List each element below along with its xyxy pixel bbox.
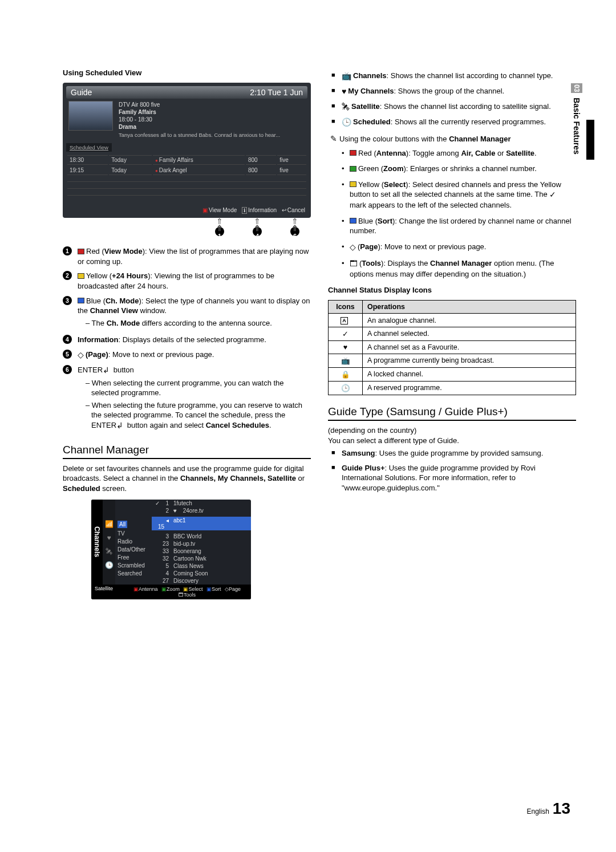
guide-footer-viewmode: View Mode: [202, 207, 237, 213]
dot-green: Green (Zoom): Enlarges or shrinks a chan…: [342, 164, 576, 174]
dot-page: ◇(Page): Move to next or previous page.: [342, 242, 576, 253]
guide-screenshot: Guide 2:10 Tue 1 Jun DTV Air 800 five Fa…: [63, 83, 311, 218]
status-table: IconsOperations AAn analogue channel. ✓A…: [328, 300, 576, 395]
guide-meta-2: Family Affairs: [119, 109, 156, 115]
guide-footer: View Mode Information Cancel: [66, 197, 307, 214]
square-bullet-list: 📺Channels: Shows the channel list accord…: [328, 71, 576, 128]
analogue-icon: A: [341, 317, 348, 324]
reserved-icon: 🕒: [341, 384, 350, 392]
item-3: 3 Blue (Ch. Mode): Select the type of ch…: [63, 296, 311, 331]
enter-icon: ↲: [103, 366, 110, 375]
item-5: 5 ◇(Page): Move to next or previous page…: [63, 350, 311, 360]
heart-icon: ♥: [343, 343, 347, 351]
guide-footer-info: Information: [242, 207, 277, 213]
item-4: 4 Information: Displays details of the s…: [63, 335, 311, 345]
gt-samsung: Samsung: Uses the guide programme by pro…: [328, 448, 576, 459]
yellow-square-icon: [78, 273, 84, 279]
guide-table: 18:30 Today Family Affairs 800 five 19:1…: [66, 154, 307, 197]
enter-icon: ↲: [116, 421, 123, 430]
antenna-icon: 📶: [105, 520, 114, 528]
cm-footer: Antenna Zoom Select Sort Page Tools: [123, 585, 251, 599]
dot-yellow: Yellow (Select): Select desired channels…: [342, 180, 576, 210]
numbered-list: 1 Red (View Mode): View the list of prog…: [63, 246, 311, 433]
guide-row: 19:15 Today Dark Angel 800 five: [67, 166, 306, 175]
right-column: 📺Channels: Shows the channel list accord…: [328, 68, 576, 599]
guide-thumbnail: [68, 101, 113, 131]
item-2: 2 Yellow (+24 Hours): Viewing the list o…: [63, 271, 311, 291]
satellite-icon: 🛰: [106, 547, 112, 555]
item-6-sub2: When selecting the future programme, you…: [86, 400, 311, 431]
green-square-icon: [350, 166, 356, 172]
status-icons-title: Channel Status Display Icons: [328, 286, 576, 294]
sq-mychannels: ♥My Channels: Shows the group of the cha…: [328, 86, 576, 97]
heart-icon: ♥: [342, 87, 346, 96]
cm-side-label: Channels: [91, 500, 103, 585]
check-icon: ✓: [342, 330, 348, 338]
scheduled-view-tab: Scheduled View: [66, 143, 112, 152]
cm-icon-column: 📶 ♥ 🛰 🕒: [103, 500, 115, 585]
clock-icon: 🕒: [105, 561, 114, 569]
guide-meta-1: DTV Air 800 five: [119, 101, 280, 108]
callout-row: 1 4 6: [63, 217, 311, 236]
red-square-icon: [78, 249, 84, 254]
item-3-sub: The Ch. Mode differs according to the an…: [86, 318, 311, 328]
guide-type-list: Samsung: Uses the guide programme by pro…: [328, 448, 576, 493]
guide-synopsis: Tanya confesses all to a stunned Babs. C…: [119, 132, 280, 139]
footer-page: 13: [553, 800, 570, 818]
updown-icon: ◇: [78, 350, 84, 359]
cm-filter-all: All: [117, 521, 127, 528]
colour-button-list: Red (Antenna): Toggle among Air, Cable o…: [342, 148, 576, 279]
satellite-icon: 🛰: [342, 102, 350, 111]
guide-meta-4: Drama: [119, 124, 136, 130]
item-6-sub1: When selecting the current programme, yo…: [86, 378, 311, 398]
guide-type-heading: Guide Type (Samsung / Guide Plus+): [328, 405, 576, 421]
channel-manager-heading: Channel Manager: [63, 444, 311, 459]
cm-satellite-tab: Satellite: [91, 585, 123, 599]
cm-row-selected: ◂ 15abc1: [152, 517, 251, 530]
status-th-icons: Icons: [329, 301, 363, 314]
callout-1: 1: [215, 227, 224, 236]
channel-manager-screenshot: Channels 📶 ♥ 🛰 🕒 All TV Radio Data/Other…: [91, 500, 251, 599]
cm-channel-list: 11futech 224ore.tv ◂ 15abc1 3BBC World 2…: [152, 500, 251, 585]
guide-row: 18:30 Today Family Affairs 800 five: [67, 155, 306, 165]
guide-time: 2:10 Tue 1 Jun: [250, 88, 303, 97]
sq-channels: 📺Channels: Shows the channel list accord…: [328, 71, 576, 82]
antenna-icon: 📺: [342, 71, 351, 80]
check-icon: ✓: [549, 190, 556, 199]
cm-para: Delete or set favourites channels and us…: [63, 464, 311, 494]
dot-tools: 🗔(Tools): Displays the Channel Manager o…: [342, 258, 576, 279]
guide-meta-3: 18:00 - 18:30: [119, 116, 280, 123]
item-1: 1 Red (View Mode): View the list of prog…: [63, 246, 311, 266]
yellow-square-icon: [350, 181, 356, 187]
cm-filter-list: All TV Radio Data/Other Free Scrambled S…: [115, 500, 152, 585]
guide-titlebar: Guide 2:10 Tue 1 Jun: [66, 86, 307, 99]
gt-p2: You can select a different type of Guide…: [328, 436, 576, 446]
callout-4: 4: [253, 227, 262, 236]
broadcast-icon: 📺: [341, 357, 350, 365]
guide-title: Guide: [71, 88, 92, 97]
using-scheduled-view-title: Using Scheduled View: [63, 68, 311, 77]
red-square-icon: [350, 150, 356, 156]
item-6: 6 ENTER↲ button When selecting the curre…: [63, 365, 311, 433]
page-footer: English 13: [526, 800, 570, 818]
dot-red: Red (Antenna): Toggle among Air, Cable o…: [342, 148, 576, 159]
updown-icon: ◇: [350, 242, 356, 251]
hand-note: Using the colour buttons with the Channe…: [330, 133, 576, 145]
lock-icon: 🔒: [341, 371, 350, 379]
clock-icon: 🕒: [342, 117, 351, 127]
blue-square-icon: [78, 298, 84, 303]
sq-satellite: 🛰Satellite: Shows the channel list accor…: [328, 102, 576, 112]
side-stripe: [586, 120, 594, 160]
guide-footer-cancel: Cancel: [282, 207, 305, 213]
heart-icon: ♥: [107, 534, 111, 542]
status-th-ops: Operations: [363, 301, 576, 314]
gt-p1: (depending on the country): [328, 425, 576, 436]
sq-scheduled: 🕒Scheduled: Shows all the currently rese…: [328, 117, 576, 128]
guide-meta: DTV Air 800 five Family Affairs 18:00 - …: [119, 101, 280, 139]
left-column: Using Scheduled View Guide 2:10 Tue 1 Ju…: [63, 68, 311, 599]
callout-6: 6: [290, 227, 299, 236]
gt-guideplus: Guide Plus+: Uses the guide programme pr…: [328, 463, 576, 493]
footer-lang: English: [526, 808, 549, 816]
dot-blue: Blue (Sort): Change the list ordered by …: [342, 216, 576, 236]
tools-icon: 🗔: [350, 259, 358, 268]
